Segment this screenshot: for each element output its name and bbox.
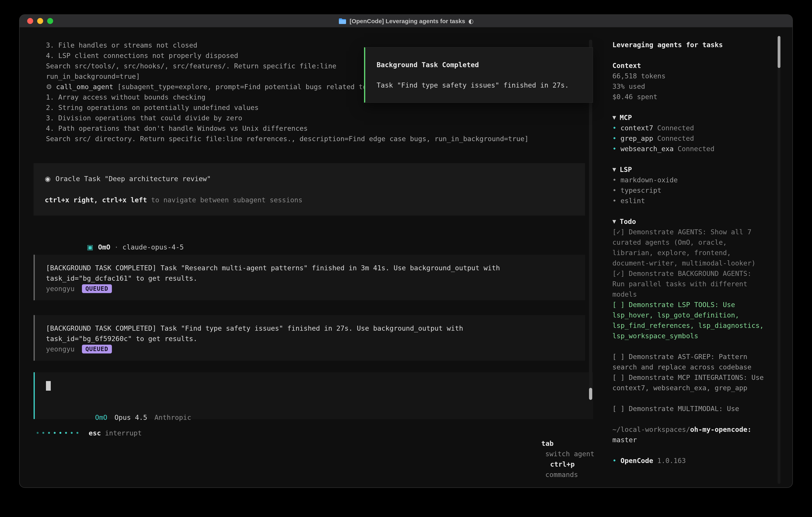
- main-scrollbar-thumb[interactable]: [589, 388, 592, 400]
- commands-key-hint: ctrl+p: [550, 460, 575, 468]
- esc-key-hint: esc: [89, 428, 101, 438]
- tool-arg-line: 2. String operations on potentially unde…: [20, 102, 604, 113]
- notification-title: Background Task Completed: [377, 60, 582, 70]
- tool-arg-line: 4. Path operations that don't handle Win…: [20, 123, 604, 134]
- subagent-title-row: ◉Oracle Task "Deep architecture review": [45, 173, 574, 184]
- message-author: yeongyu: [46, 283, 75, 294]
- statusbar-right: tab switch agent ctrl+p commands: [492, 428, 594, 487]
- tool-name: call_omo_agent: [56, 83, 114, 91]
- desktop: [OpenCode] Leveraging agents for tasks ◐…: [0, 0, 812, 517]
- sidebar-scrollbar[interactable]: [778, 36, 780, 484]
- spinner: ••••••••: [35, 428, 81, 438]
- todo-item: [ ] Demonstrate MCP INTEGRATIONS: Use co…: [612, 372, 766, 393]
- mcp-item: •grep_appConnected: [612, 133, 766, 143]
- mcp-item: •context7Connected: [612, 123, 766, 133]
- bullet-icon: •: [612, 176, 617, 184]
- version-row: •OpenCode1.0.163: [612, 456, 766, 466]
- chat-area: 3. File handles or streams not closed 4.…: [20, 28, 604, 487]
- bullet-icon: •: [612, 145, 617, 153]
- todo-item: [✓] Demonstrate BACKGROUND AGENTS: Run p…: [612, 268, 766, 299]
- tool-arg-line: Search src/ directory. Return specific f…: [20, 134, 604, 144]
- subagent-nav-hint: ctrl+x right, ctrl+x left to navigate be…: [45, 195, 574, 205]
- hint-keys: ctrl+x right, ctrl+x left: [45, 196, 147, 204]
- session-state-icon: ◐: [468, 18, 473, 25]
- todo-item: [ ] Demonstrate MULTIMODAL: Use: [612, 404, 766, 414]
- subagent-session-panel[interactable]: ◉Oracle Task "Deep architecture review" …: [34, 163, 585, 216]
- minimize-button[interactable]: [37, 18, 43, 24]
- session-title: Leveraging agents for tasks: [612, 39, 766, 50]
- gear-icon: ⚙: [46, 83, 52, 91]
- hint-text: to navigate between subagent sessions: [147, 196, 302, 204]
- window-title-text: [OpenCode] Leveraging agents for tasks: [350, 18, 465, 24]
- status-badge: QUEUED: [82, 345, 112, 353]
- window-title: [OpenCode] Leveraging agents for tasks ◐: [339, 18, 474, 25]
- mcp-item: •websearch_exaConnected: [612, 143, 766, 154]
- bullet-icon: •: [612, 197, 617, 205]
- notification-body: Task "Find type safety issues" finished …: [377, 80, 582, 90]
- sidebar-scrollbar-thumb[interactable]: [778, 36, 780, 68]
- message-text: task_id="bg_dcfac161" to get results.: [46, 273, 585, 283]
- assistant-message: [BACKGROUND TASK COMPLETED] Task "Resear…: [34, 255, 585, 300]
- terminal-window: [OpenCode] Leveraging agents for tasks ◐…: [19, 15, 793, 488]
- status-badge: QUEUED: [82, 284, 112, 293]
- bullet-icon: •: [612, 457, 617, 465]
- tab-key-hint: tab: [541, 439, 553, 447]
- chevron-down-icon: ▼: [612, 219, 616, 224]
- sidebar: Leveraging agents for tasks Context 66,5…: [604, 28, 792, 487]
- agent-icon: ▣: [87, 243, 93, 251]
- separator-dot: ·: [114, 243, 118, 251]
- oracle-task-icon: ◉: [45, 175, 51, 183]
- lsp-item: •typescript: [612, 185, 766, 195]
- workspace-path: ~/local-workspaces/oh-my-opencode: maste…: [612, 424, 766, 445]
- context-spent: $0.46 spent: [612, 91, 766, 102]
- lsp-item: •eslint: [612, 195, 766, 206]
- message-text: task_id="bg_6f59260c" to get results.: [46, 333, 585, 344]
- lsp-item: •markdown-oxide: [612, 175, 766, 185]
- folder-icon: [339, 18, 346, 24]
- agent-header: ▣OmO·claude-opus-4-5: [46, 232, 604, 242]
- subagent-title: Oracle Task "Deep architecture review": [56, 175, 211, 183]
- traffic-lights: [27, 15, 53, 27]
- statusbar: •••••••• esc interrupt tab switch agent …: [20, 419, 604, 487]
- tool-arg-line: 3. Division operations that could divide…: [20, 113, 604, 123]
- bullet-icon: •: [612, 186, 617, 194]
- agent-model: claude-opus-4-5: [122, 243, 184, 251]
- todo-item: [✓] Demonstrate AGENTS: Show all 7 curat…: [612, 227, 766, 268]
- message-meta: yeongyu QUEUED: [46, 283, 585, 294]
- agent-name: OmO: [98, 243, 110, 251]
- text-cursor: [46, 381, 51, 391]
- chevron-down-icon: ▼: [612, 115, 616, 120]
- mcp-header[interactable]: ▼MCP: [612, 112, 766, 123]
- todo-item: [ ] Demonstrate AST-GREP: Pattern search…: [612, 351, 766, 372]
- notification-toast: Background Task Completed Task "Find typ…: [364, 47, 593, 103]
- commands-key-label: commands: [545, 471, 578, 479]
- bullet-icon: •: [612, 134, 617, 142]
- prompt-input[interactable]: OmOOpus 4.5Anthropic: [34, 372, 593, 419]
- titlebar[interactable]: [OpenCode] Leveraging agents for tasks ◐: [20, 15, 792, 28]
- window-content: 3. File handles or streams not closed 4.…: [20, 28, 792, 487]
- todo-item: [ ] Demonstrate LSP TOOLS: Use lsp_hover…: [612, 299, 766, 341]
- message-meta: yeongyu QUEUED: [46, 344, 585, 354]
- chevron-down-icon: ▼: [612, 167, 616, 172]
- context-header: Context: [612, 60, 766, 71]
- bullet-icon: •: [612, 124, 617, 132]
- context-used: 33% used: [612, 81, 766, 91]
- message-text: [BACKGROUND TASK COMPLETED] Task "Find t…: [46, 323, 585, 333]
- message-text: [BACKGROUND TASK COMPLETED] Task "Resear…: [46, 263, 585, 273]
- esc-key-label: interrupt: [105, 428, 142, 438]
- tab-key-label: switch agent: [545, 450, 594, 458]
- input-meta: OmOOpus 4.5Anthropic: [46, 402, 593, 412]
- todo-header[interactable]: ▼Todo: [612, 216, 766, 227]
- message-author: yeongyu: [46, 344, 75, 354]
- zoom-button[interactable]: [47, 18, 53, 24]
- assistant-message: [BACKGROUND TASK COMPLETED] Task "Find t…: [34, 315, 585, 361]
- close-button[interactable]: [27, 18, 33, 24]
- context-tokens: 66,518 tokens: [612, 71, 766, 81]
- lsp-header[interactable]: ▼LSP: [612, 164, 766, 175]
